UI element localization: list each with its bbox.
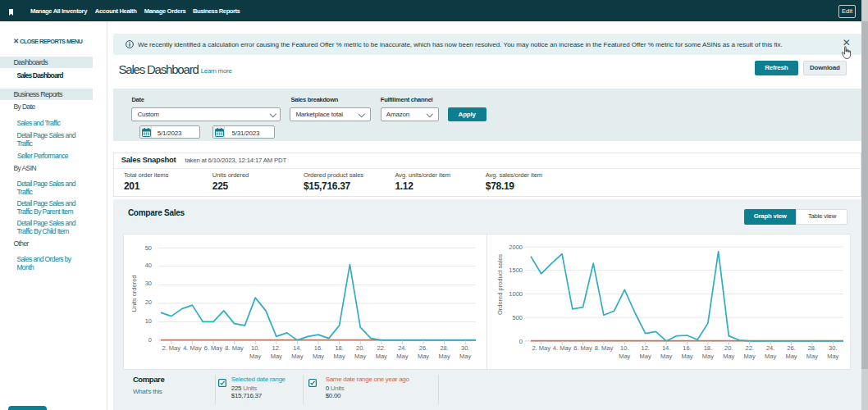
svg-text:4. May: 4. May	[183, 344, 202, 352]
svg-text:8. May: 8. May	[225, 344, 244, 352]
svg-text:28.: 28.	[440, 344, 448, 352]
svg-text:22.: 22.	[377, 344, 386, 352]
svg-text:May: May	[619, 353, 630, 360]
svg-text:18.: 18.	[335, 344, 343, 352]
svg-text:12.: 12.	[272, 344, 281, 352]
svg-text:May: May	[334, 353, 345, 360]
svg-text:May: May	[249, 353, 261, 360]
svg-text:May: May	[376, 353, 387, 360]
svg-text:20: 20	[145, 298, 152, 306]
svg-text:14.: 14.	[293, 344, 301, 352]
svg-text:May: May	[459, 353, 471, 360]
svg-text:1500: 1500	[509, 266, 523, 274]
svg-text:May: May	[396, 353, 408, 360]
svg-text:26.: 26.	[419, 344, 427, 352]
svg-text:May: May	[271, 353, 282, 360]
svg-text:10: 10	[145, 317, 152, 325]
svg-text:6. May: 6. May	[204, 344, 223, 352]
svg-text:40: 40	[145, 262, 152, 269]
svg-text:May: May	[723, 353, 734, 360]
svg-text:50: 50	[145, 244, 152, 252]
svg-text:30.: 30.	[461, 344, 469, 352]
svg-text:Units ordered: Units ordered	[130, 275, 138, 312]
svg-text:May: May	[806, 353, 818, 360]
svg-text:0: 0	[148, 336, 152, 344]
svg-text:16.: 16.	[314, 344, 322, 352]
svg-text:May: May	[291, 353, 303, 360]
svg-text:May: May	[640, 353, 651, 360]
svg-text:May: May	[418, 353, 429, 360]
svg-text:May: May	[785, 353, 797, 360]
svg-text:Ordered product sales: Ordered product sales	[496, 254, 504, 315]
svg-text:May: May	[354, 353, 366, 360]
svg-text:20.: 20.	[356, 344, 364, 352]
svg-text:May: May	[702, 353, 714, 360]
svg-text:2. May: 2. May	[162, 344, 181, 352]
svg-text:500: 500	[512, 314, 523, 321]
svg-text:1000: 1000	[509, 290, 523, 298]
svg-text:May: May	[681, 353, 692, 360]
svg-text:May: May	[660, 353, 672, 360]
svg-text:2000: 2000	[509, 244, 523, 251]
svg-text:0: 0	[519, 338, 523, 345]
svg-text:May: May	[313, 353, 324, 360]
svg-text:May: May	[439, 353, 450, 360]
svg-text:May: May	[765, 353, 776, 360]
svg-text:24.: 24.	[398, 344, 406, 352]
svg-text:May: May	[744, 353, 756, 360]
svg-text:30: 30	[145, 280, 152, 287]
svg-text:10.: 10.	[251, 344, 259, 352]
svg-text:May: May	[827, 353, 838, 360]
